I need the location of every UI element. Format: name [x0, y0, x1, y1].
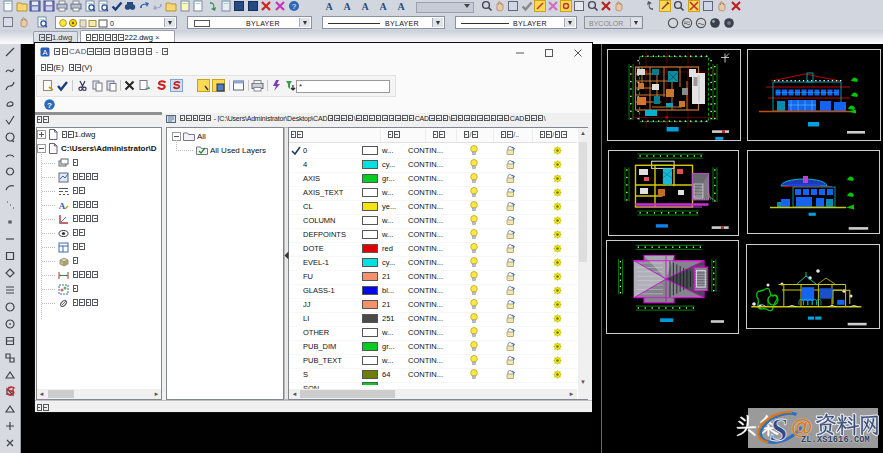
svg-text:A: A [42, 48, 47, 57]
svg-text:A: A [361, 1, 369, 12]
svg-text:A: A [325, 1, 333, 12]
svg-text:?: ? [291, 2, 296, 11]
svg-text:A: A [59, 201, 66, 211]
svg-text:A: A [379, 1, 387, 12]
svg-text:A: A [397, 1, 405, 12]
svg-text:A: A [343, 1, 351, 12]
svg-text:S: S [770, 412, 788, 448]
svg-text:?: ? [47, 101, 52, 110]
